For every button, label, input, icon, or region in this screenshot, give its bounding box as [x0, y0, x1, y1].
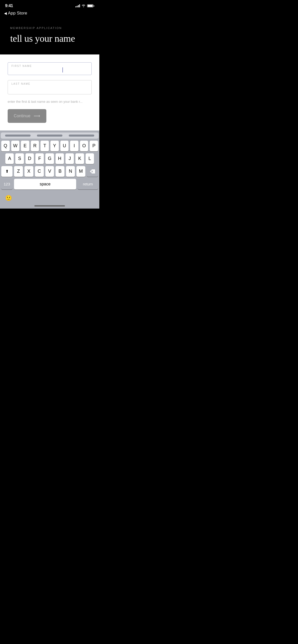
battery-icon: [87, 4, 94, 7]
keyboard-row-3: ⬆ Z X C V B N M: [1, 166, 99, 177]
emoji-icon: 🙂: [5, 195, 12, 201]
key-c[interactable]: C: [35, 166, 44, 177]
predictive-item-3[interactable]: [69, 135, 94, 137]
home-indicator: [1, 203, 99, 209]
first-name-label: FIRST NAME: [11, 65, 32, 67]
shift-key[interactable]: ⬆: [1, 166, 12, 177]
key-j[interactable]: J: [65, 153, 74, 164]
predictive-bar: [1, 133, 99, 139]
back-label[interactable]: App Store: [8, 11, 27, 16]
key-m[interactable]: M: [76, 166, 85, 177]
return-key[interactable]: return: [78, 179, 98, 189]
shift-icon: ⬆: [5, 169, 9, 174]
back-arrow-icon: ◀: [4, 11, 7, 15]
status-time: 9:41: [5, 4, 13, 8]
key-o[interactable]: O: [80, 141, 88, 151]
first-name-group: FIRST NAME: [8, 62, 92, 75]
key-s[interactable]: S: [15, 153, 24, 164]
first-name-input[interactable]: [11, 67, 62, 73]
numbers-key[interactable]: 123: [1, 179, 12, 189]
key-e[interactable]: E: [21, 141, 29, 151]
key-k[interactable]: K: [75, 153, 84, 164]
text-cursor: [62, 67, 63, 72]
continue-label: Continue: [14, 114, 31, 118]
page-title: tell us your name: [10, 33, 89, 44]
key-f[interactable]: F: [35, 153, 44, 164]
key-b[interactable]: B: [56, 166, 64, 177]
home-bar: [34, 205, 65, 207]
key-u[interactable]: U: [60, 141, 69, 151]
key-l[interactable]: L: [86, 153, 94, 164]
emoji-button[interactable]: 🙂: [4, 194, 13, 203]
keyboard-row-4: 123 space return: [1, 179, 99, 189]
predictive-item-2[interactable]: [37, 135, 62, 137]
key-w[interactable]: W: [11, 141, 20, 151]
key-n[interactable]: N: [66, 166, 75, 177]
key-a[interactable]: A: [5, 153, 14, 164]
key-t[interactable]: T: [40, 141, 49, 151]
continue-button[interactable]: Continue ⟶: [8, 109, 46, 123]
key-g[interactable]: G: [45, 153, 54, 164]
wifi-icon: [82, 4, 86, 8]
key-x[interactable]: X: [24, 166, 33, 177]
signal-icon: [75, 4, 80, 7]
header-section: MEMBERSHIP APPLICATION tell us your name: [0, 19, 99, 54]
keyboard-row-1: Q W E R T Y U I O P: [1, 141, 99, 151]
keyboard-bottom: 🙂: [1, 192, 99, 203]
key-r[interactable]: R: [31, 141, 39, 151]
last-name-label: LAST NAME: [11, 82, 31, 85]
first-name-wrapper[interactable]: FIRST NAME: [8, 62, 92, 75]
membership-label: MEMBERSHIP APPLICATION: [10, 26, 89, 30]
key-y[interactable]: Y: [50, 141, 59, 151]
space-key[interactable]: space: [14, 179, 76, 189]
hint-text: enter the first & last name as seen on y…: [8, 99, 92, 104]
nav-bar: ◀ App Store: [0, 10, 99, 19]
key-v[interactable]: V: [45, 166, 54, 177]
key-q[interactable]: Q: [1, 141, 10, 151]
status-icons: [75, 4, 94, 8]
arrow-right-icon: ⟶: [34, 113, 40, 119]
last-name-input[interactable]: [11, 86, 88, 92]
key-z[interactable]: Z: [14, 166, 23, 177]
key-i[interactable]: I: [70, 141, 78, 151]
keyboard: Q W E R T Y U I O P A S D F G H J K L ⬆ …: [0, 130, 99, 209]
last-name-wrapper[interactable]: LAST NAME: [8, 80, 92, 94]
delete-key[interactable]: [87, 166, 98, 177]
last-name-group: LAST NAME: [8, 80, 92, 94]
status-bar: 9:41: [0, 0, 99, 10]
predictive-item-1[interactable]: [5, 135, 31, 137]
key-h[interactable]: H: [56, 153, 64, 164]
form-section: FIRST NAME LAST NAME enter the first & l…: [0, 55, 99, 130]
keyboard-row-2: A S D F G H J K L: [1, 153, 99, 164]
key-p[interactable]: P: [90, 141, 98, 151]
key-d[interactable]: D: [25, 153, 34, 164]
